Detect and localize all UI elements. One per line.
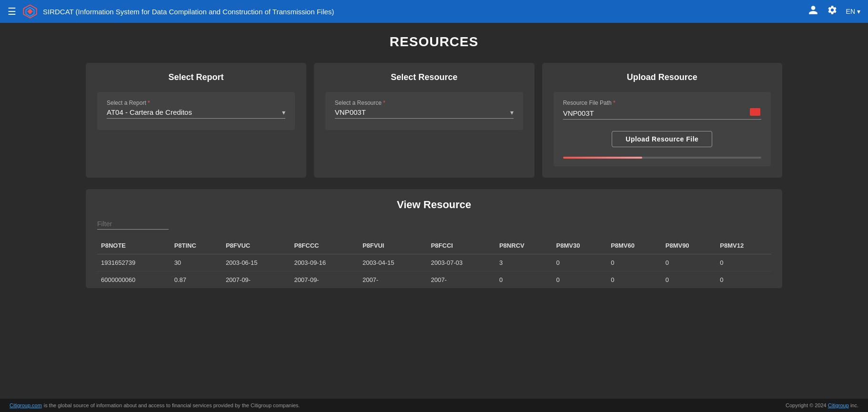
upload-resource-card-title: Upload Resource: [554, 72, 771, 82]
resource-data-table: P8NOTEP8TINCP8FVUCP8FCCCP8FVUIP8FCCIP8NR…: [97, 237, 771, 288]
resource-file-path-input[interactable]: [563, 109, 749, 117]
footer: Citigroup.com is the global source of in…: [0, 399, 868, 412]
page-title: RESOURCES: [86, 34, 782, 50]
menu-icon[interactable]: ☰: [8, 6, 16, 17]
select-report-arrow-icon[interactable]: ▾: [282, 109, 285, 116]
table-row: 60000000600.872007-09-2007-09-2007-2007-…: [97, 271, 771, 289]
select-report-dropdown[interactable]: AT04 - Cartera de Creditos ▾: [107, 108, 285, 119]
filter-row: [97, 220, 771, 230]
resource-file-path-row: [563, 108, 761, 120]
select-resource-dropdown[interactable]: VNP003T ▾: [335, 108, 514, 119]
app-title: SIRDCAT (Information System for Data Com…: [43, 8, 808, 16]
view-resource-title: View Resource: [97, 199, 771, 211]
upload-resource-inner: Resource File Path * Upload Resource Fil…: [554, 92, 771, 166]
table-cell-r1-c3: 2007-09-: [290, 271, 359, 289]
table-cell-r1-c2: 2007-09-: [222, 271, 291, 289]
table-header: P8NOTEP8TINCP8FVUCP8FCCCP8FVUIP8FCCIP8NR…: [97, 237, 771, 254]
table-cell-r1-c7: 0: [553, 271, 607, 289]
table-cell-r1-c6: 0: [495, 271, 553, 289]
select-report-value[interactable]: AT04 - Cartera de Creditos: [107, 108, 282, 116]
select-resource-card-title: Select Resource: [325, 72, 523, 82]
folder-browse-button[interactable]: [749, 108, 761, 117]
footer-right: Copyright © 2024 Citigroup inc.: [786, 402, 858, 408]
table-col-p8mv90: P8MV90: [662, 237, 717, 254]
table-header-row: P8NOTEP8TINCP8FVUCP8FCCCP8FVUIP8FCCIP8NR…: [97, 237, 771, 254]
table-cell-r0-c3: 2003-09-16: [290, 254, 359, 271]
table-col-p8note: P8NOTE: [97, 237, 171, 254]
upload-progress-container: [563, 157, 761, 159]
table-col-p8nrcv: P8NRCV: [495, 237, 553, 254]
table-cell-r0-c5: 2003-07-03: [427, 254, 495, 271]
footer-copyright-text: Copyright © 2024: [786, 402, 828, 408]
resource-file-path-label: Resource File Path *: [563, 100, 761, 106]
filter-input[interactable]: [97, 220, 169, 228]
footer-left: Citigroup.com is the global source of in…: [10, 402, 300, 408]
topbar-right: EN ▾: [808, 5, 860, 18]
filter-input-wrapper: [97, 220, 169, 230]
upload-btn-row: Upload Resource File: [563, 131, 761, 147]
progress-bar-track: [563, 157, 761, 159]
select-report-label: Select a Report *: [107, 100, 285, 106]
table-cell-r0-c6: 3: [495, 254, 553, 271]
table-col-p8mv60: P8MV60: [607, 237, 662, 254]
footer-citigroup-link[interactable]: Citigroup.com: [10, 402, 42, 408]
table-cell-r0-c10: 0: [716, 254, 771, 271]
select-resource-card: Select Resource Select a Resource * VNP0…: [314, 63, 535, 178]
footer-left-text: is the global source of information abou…: [44, 402, 300, 408]
table-cell-r1-c10: 0: [716, 271, 771, 289]
select-resource-label: Select a Resource *: [335, 100, 514, 106]
table-cell-r1-c5: 2007-: [427, 271, 495, 289]
table-cell-r0-c2: 2003-06-15: [222, 254, 291, 271]
table-cell-r0-c0: 1931652739: [97, 254, 171, 271]
account-icon[interactable]: [808, 5, 818, 18]
select-resource-value[interactable]: VNP003T: [335, 108, 510, 116]
select-report-card-title: Select Report: [97, 72, 295, 82]
select-report-card: Select Report Select a Report * AT04 - C…: [86, 63, 306, 178]
table-cell-r0-c7: 0: [553, 254, 607, 271]
settings-icon[interactable]: [827, 5, 838, 18]
cards-row: Select Report Select a Report * AT04 - C…: [86, 63, 782, 178]
upload-resource-file-button[interactable]: Upload Resource File: [612, 131, 712, 147]
footer-copyright-link[interactable]: Citigroup: [828, 402, 849, 408]
topbar: ☰ SIRDCAT (Information System for Data C…: [0, 0, 868, 23]
table-col-p8fcci: P8FCCI: [427, 237, 495, 254]
main-content: RESOURCES Select Report Select a Report …: [0, 23, 868, 399]
select-report-inner: Select a Report * AT04 - Cartera de Cred…: [97, 92, 295, 130]
table-cell-r1-c8: 0: [607, 271, 662, 289]
app-logo: [22, 3, 38, 20]
table-cell-r1-c4: 2007-: [359, 271, 427, 289]
table-body: 1931652739302003-06-152003-09-162003-04-…: [97, 254, 771, 289]
footer-inc-text: inc.: [850, 402, 858, 408]
table-col-p8fvui: P8FVUI: [359, 237, 427, 254]
table-col-p8fccc: P8FCCC: [290, 237, 359, 254]
table-cell-r1-c1: 0.87: [171, 271, 222, 289]
view-resource-section: View Resource P8NOTEP8TINCP8FVUCP8FCCCP8…: [86, 189, 782, 288]
table-cell-r0-c4: 2003-04-15: [359, 254, 427, 271]
progress-bar-fill: [563, 157, 643, 159]
table-cell-r0-c9: 0: [662, 254, 717, 271]
table-cell-r0-c8: 0: [607, 254, 662, 271]
table-col-p8fvuc: P8FVUC: [222, 237, 291, 254]
table-cell-r0-c1: 30: [171, 254, 222, 271]
language-selector[interactable]: EN ▾: [846, 8, 860, 15]
select-resource-inner: Select a Resource * VNP003T ▾: [325, 92, 523, 130]
lang-label: EN: [846, 8, 855, 15]
chevron-down-icon: ▾: [857, 8, 860, 15]
select-resource-arrow-icon[interactable]: ▾: [510, 109, 514, 116]
table-col-p8tinc: P8TINC: [171, 237, 222, 254]
folder-icon: [750, 108, 760, 116]
table-col-p8mv30: P8MV30: [553, 237, 607, 254]
table-cell-r1-c0: 6000000060: [97, 271, 171, 289]
table-cell-r1-c9: 0: [662, 271, 717, 289]
table-row: 1931652739302003-06-152003-09-162003-04-…: [97, 254, 771, 271]
upload-resource-card: Upload Resource Resource File Path * Upl…: [542, 63, 782, 178]
table-col-p8mv12: P8MV12: [716, 237, 771, 254]
